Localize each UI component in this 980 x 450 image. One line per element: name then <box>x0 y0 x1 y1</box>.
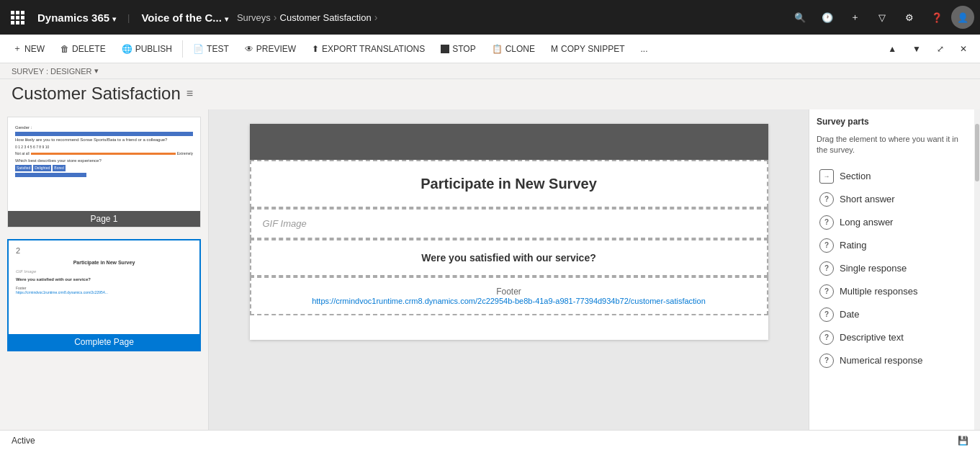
right-panel-scrollbar[interactable] <box>974 109 980 430</box>
page-title: Customer Satisfaction <box>12 84 181 104</box>
preview-label: PREVIEW <box>256 44 296 54</box>
history-icon[interactable]: 🕐 <box>814 4 840 30</box>
more-button[interactable]: ... <box>634 37 655 60</box>
canvas-question-text: Were you satisfied with our service? <box>421 252 595 264</box>
page-title-menu-icon[interactable]: ≡ <box>186 87 193 100</box>
canvas-gif-block[interactable]: GIF Image <box>250 208 768 239</box>
panel-item-single-response[interactable]: ? Single response <box>817 257 967 280</box>
clone-button[interactable]: 📋 CLONE <box>485 37 542 60</box>
user-avatar[interactable]: 👤 <box>951 6 974 29</box>
breadcrumb-chevron[interactable]: ▾ <box>94 66 99 76</box>
breadcrumb-surveys[interactable]: Surveys <box>237 12 271 23</box>
svg-rect-5 <box>21 16 24 19</box>
clone-label: CLONE <box>505 44 535 54</box>
section-icon: → <box>819 169 834 184</box>
panel-item-rating[interactable]: ? Rating <box>817 234 967 257</box>
svg-rect-1 <box>16 11 19 14</box>
test-button[interactable]: 📄 TEST <box>186 37 236 60</box>
canvas-survey-title: Participate in New Survey <box>421 176 597 192</box>
canvas-footer-label: Footer <box>263 287 755 297</box>
date-icon: ? <box>819 307 834 322</box>
close-button[interactable]: ✕ <box>953 37 974 60</box>
publish-button[interactable]: 🌐 PUBLISH <box>114 37 179 60</box>
toolbar-sep-1 <box>182 40 183 58</box>
delete-label: DELETE <box>72 44 106 54</box>
nav-action-icons: 🔍 🕐 ＋ ▽ ⚙ ❓ 👤 <box>787 4 974 30</box>
svg-rect-0 <box>11 11 14 14</box>
survey-parts-desc: Drag the element to where you want it in… <box>817 134 967 156</box>
canvas-question-block[interactable]: Were you satisfied with our service? <box>250 239 768 276</box>
add-icon[interactable]: ＋ <box>842 4 868 30</box>
status-bar-save-icon[interactable]: 💾 <box>958 436 968 446</box>
page-1-thumb[interactable]: Gender : How likely are you to recommend… <box>7 117 201 228</box>
panel-item-short-answer-label: Short answer <box>840 194 895 204</box>
canvas-footer-link: https://crmindvoc1runtime.crm8.dynamics.… <box>263 297 755 305</box>
panel-item-descriptive-text[interactable]: ? Descriptive text <box>817 326 967 349</box>
toolbar-right-actions: ▲ ▼ ⤢ ✕ <box>881 37 974 60</box>
svg-rect-6 <box>11 21 14 24</box>
new-button[interactable]: ＋ NEW <box>6 37 52 60</box>
panel-item-multiple-responses[interactable]: ? Multiple responses <box>817 280 967 303</box>
stop-icon <box>441 45 449 53</box>
publish-label: PUBLISH <box>135 44 172 54</box>
breadcrumb-bar: SURVEY : DESIGNER ▾ <box>0 63 980 79</box>
more-label: ... <box>641 44 648 54</box>
panel-item-multiple-responses-label: Multiple responses <box>840 286 917 297</box>
test-icon: 📄 <box>193 44 204 54</box>
svg-rect-7 <box>16 21 19 24</box>
panel-item-numerical-response[interactable]: ? Numerical response <box>817 349 967 372</box>
copy-icon: M <box>551 44 558 54</box>
top-navigation: Dynamics 365 | Voice of the C... Surveys… <box>0 0 980 35</box>
filter-icon[interactable]: ▽ <box>869 4 895 30</box>
export-button[interactable]: ⬆ EXPORT TRANSLATIONS <box>305 37 432 60</box>
breadcrumb-satisfaction[interactable]: Customer Satisfaction <box>280 12 372 23</box>
short-answer-icon: ? <box>819 192 834 207</box>
panel-item-section[interactable]: → Section <box>817 165 967 188</box>
breadcrumb-sep-1 <box>274 12 277 23</box>
preview-button[interactable]: 👁 PREVIEW <box>238 37 303 60</box>
app-name-button[interactable]: Dynamics 365 <box>32 12 122 24</box>
panel-item-section-label: Section <box>840 171 871 181</box>
status-bar: Active 💾 <box>0 430 980 450</box>
toolbar: ＋ NEW 🗑 DELETE 🌐 PUBLISH 📄 TEST 👁 PREVIE… <box>0 35 980 63</box>
page-title-bar: Customer Satisfaction ≡ <box>0 79 980 109</box>
panel-item-long-answer[interactable]: ? Long answer <box>817 211 967 234</box>
survey-canvas: Participate in New Survey GIF Image Were… <box>250 124 768 340</box>
move-up-button[interactable]: ▲ <box>881 37 904 60</box>
scrollbar-thumb[interactable] <box>975 124 979 181</box>
panel-item-date-label: Date <box>840 309 859 320</box>
panel-item-long-answer-label: Long answer <box>840 217 893 228</box>
new-label: NEW <box>24 44 45 54</box>
svg-rect-3 <box>11 16 14 19</box>
copy-snippet-button[interactable]: M COPY SNIPPET <box>544 37 631 60</box>
help-icon[interactable]: ❓ <box>924 4 950 30</box>
move-down-button[interactable]: ▼ <box>905 37 928 60</box>
voice-app-button[interactable]: Voice of the C... <box>135 12 233 24</box>
canvas-title-block[interactable]: Participate in New Survey <box>250 160 768 208</box>
stop-button[interactable]: STOP <box>433 37 482 60</box>
canvas-footer-block[interactable]: Footer https://crmindvoc1runtime.crm8.dy… <box>250 276 768 315</box>
status-text: Active <box>12 436 35 446</box>
panel-item-date[interactable]: ? Date <box>817 303 967 326</box>
expand-button[interactable]: ⤢ <box>930 37 951 60</box>
export-icon: ⬆ <box>312 44 319 54</box>
panel-item-single-response-label: Single response <box>840 263 907 274</box>
panel-item-short-answer[interactable]: ? Short answer <box>817 188 967 211</box>
page-2-label: Complete Page <box>9 334 199 350</box>
publish-icon: 🌐 <box>122 44 132 54</box>
breadcrumb-sep-2 <box>374 12 378 23</box>
page-2-thumb[interactable]: 2 Participate in New Survey GIF Image We… <box>7 239 201 351</box>
settings-icon[interactable]: ⚙ <box>896 4 922 30</box>
preview-icon: 👁 <box>245 44 253 54</box>
app-grid-icon[interactable] <box>6 6 29 29</box>
voice-app-chevron <box>225 12 228 24</box>
delete-icon: 🗑 <box>60 44 69 54</box>
search-icon[interactable]: 🔍 <box>787 4 813 30</box>
delete-button[interactable]: 🗑 DELETE <box>53 37 113 60</box>
page-2-num: 2 <box>13 245 195 256</box>
thumb-preview-content: Gender : How likely are you to recommend… <box>12 122 196 181</box>
test-label: TEST <box>207 44 229 54</box>
rating-icon: ? <box>819 238 834 253</box>
descriptive-text-icon: ? <box>819 330 834 345</box>
breadcrumb-text[interactable]: SURVEY : DESIGNER <box>12 67 91 76</box>
